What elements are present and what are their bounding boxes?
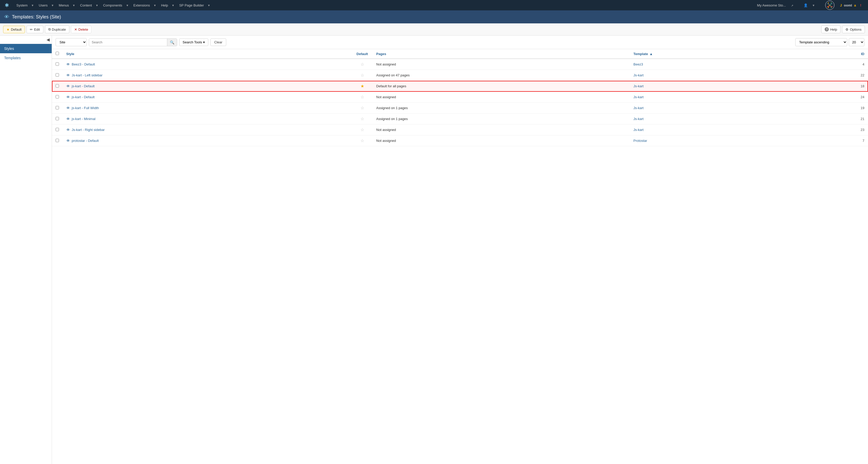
row-template-link[interactable]: Js-kart bbox=[633, 73, 644, 77]
row-default-star[interactable]: ☆ bbox=[359, 61, 366, 67]
row-default-star[interactable]: ☆ bbox=[359, 116, 366, 122]
row-eye-icon[interactable]: 👁 bbox=[66, 95, 70, 99]
row-check-cell bbox=[52, 114, 63, 124]
site-filter[interactable]: Site Administrator bbox=[56, 38, 87, 46]
row-checkbox[interactable] bbox=[56, 106, 59, 110]
table-row: 👁 protostar - Default ☆ Not assigned Pro… bbox=[52, 135, 868, 146]
row-default-star[interactable]: ☆ bbox=[359, 105, 366, 111]
row-checkbox[interactable] bbox=[56, 95, 59, 98]
row-style-link[interactable]: js-kart - Default bbox=[72, 95, 95, 99]
row-checkbox[interactable] bbox=[56, 84, 59, 88]
nav-content[interactable]: Content ▾ bbox=[78, 2, 100, 8]
row-checkbox[interactable] bbox=[56, 139, 59, 142]
row-eye-icon[interactable]: 👁 bbox=[66, 106, 70, 110]
row-style-link[interactable]: js-kart - Full Width bbox=[72, 106, 99, 110]
nav-system[interactable]: System ▾ bbox=[14, 2, 36, 8]
row-default-star[interactable]: ★ bbox=[359, 83, 366, 89]
row-default-star[interactable]: ☆ bbox=[359, 94, 366, 100]
row-pages-value: Assigned on 1 pages bbox=[376, 117, 408, 121]
col-header-style[interactable]: Style bbox=[63, 49, 352, 59]
help-icon: ? bbox=[825, 27, 829, 31]
row-eye-icon[interactable]: 👁 bbox=[66, 84, 70, 88]
joomla-wordmark: Joomla! bbox=[836, 2, 865, 8]
row-pages-value: Not assigned bbox=[376, 95, 396, 99]
row-template-link[interactable]: Js-kart bbox=[633, 95, 644, 99]
sidebar-toggle-button[interactable]: ◀ bbox=[46, 37, 50, 42]
sidebar-templates-label: Templates bbox=[4, 56, 21, 60]
row-checkbox[interactable] bbox=[56, 73, 59, 76]
toolbar-right: ? Help ⚙ Options bbox=[821, 26, 865, 33]
search-tools-button[interactable]: Search Tools ▾ bbox=[179, 38, 208, 46]
joomla-icon[interactable]: ✱ bbox=[3, 1, 11, 9]
row-eye-icon[interactable]: 👁 bbox=[66, 128, 70, 132]
row-style-link[interactable]: js-kart - Default bbox=[72, 84, 95, 88]
sidebar: ◀ Styles Templates bbox=[0, 36, 52, 464]
row-eye-icon[interactable]: 👁 bbox=[66, 73, 70, 78]
row-style-cell: 👁 js-kart - Default bbox=[63, 81, 352, 92]
row-checkbox[interactable] bbox=[56, 128, 59, 131]
duplicate-button[interactable]: ⧉ Duplicate bbox=[45, 26, 69, 33]
row-style-link[interactable]: Js-kart - Left sidebar bbox=[72, 73, 102, 77]
col-id-label: ID bbox=[861, 52, 864, 56]
row-template-cell: Protostar bbox=[630, 135, 798, 146]
clear-button[interactable]: Clear bbox=[210, 38, 226, 46]
nav-menus[interactable]: Menus ▾ bbox=[57, 2, 77, 8]
options-button[interactable]: ⚙ Options bbox=[842, 26, 865, 33]
row-style-link[interactable]: js-kart - Minimal bbox=[72, 117, 96, 121]
row-eye-icon[interactable]: 👁 bbox=[66, 117, 70, 121]
edit-button[interactable]: ✏ Edit bbox=[27, 26, 43, 33]
nav-extensions[interactable]: Extensions ▾ bbox=[131, 2, 158, 8]
site-link[interactable]: My Awesome Sto... ↗ bbox=[753, 2, 797, 8]
user-menu[interactable]: 👤 ▾ bbox=[800, 2, 819, 8]
select-all-checkbox[interactable] bbox=[56, 52, 59, 55]
row-template-link[interactable]: Js-kart bbox=[633, 106, 644, 110]
sidebar-item-templates[interactable]: Templates bbox=[0, 53, 52, 63]
sidebar-item-styles[interactable]: Styles bbox=[0, 44, 52, 53]
row-checkbox[interactable] bbox=[56, 117, 59, 120]
row-eye-icon[interactable]: 👁 bbox=[66, 138, 70, 143]
page-size-select[interactable]: 5 10 15 20 25 30 50 100 bbox=[849, 38, 864, 46]
nav-users-label: Users bbox=[37, 2, 50, 8]
row-pages-cell: Not assigned bbox=[373, 59, 630, 70]
default-button[interactable]: ★ Default bbox=[3, 26, 25, 33]
row-default-cell: ☆ bbox=[352, 103, 373, 114]
nav-sp-page-builder[interactable]: SP Page Builder ▾ bbox=[177, 2, 212, 8]
row-template-link[interactable]: Protostar bbox=[633, 139, 647, 143]
delete-button[interactable]: ✕ Delete bbox=[71, 26, 92, 33]
sort-select[interactable]: Template ascending Template descending S… bbox=[795, 38, 847, 46]
row-default-cell: ★ bbox=[352, 81, 373, 92]
nav-content-arrow: ▾ bbox=[94, 2, 100, 8]
row-template-link[interactable]: Js-kart bbox=[633, 84, 644, 88]
sidebar-styles-label: Styles bbox=[4, 47, 14, 51]
row-template-link[interactable]: Js-kart bbox=[633, 128, 644, 132]
row-template-cell: Js-kart bbox=[630, 92, 798, 103]
row-template-cell: Js-kart bbox=[630, 114, 798, 124]
row-id-cell: 18 bbox=[798, 81, 868, 92]
col-header-default[interactable]: Default bbox=[352, 49, 373, 59]
row-id-cell: 19 bbox=[798, 103, 868, 114]
row-default-star[interactable]: ☆ bbox=[359, 72, 366, 78]
col-header-id[interactable]: ID bbox=[798, 49, 868, 59]
nav-users[interactable]: Users ▾ bbox=[37, 2, 56, 8]
joomla-brand: Joomla! bbox=[825, 0, 865, 10]
row-template-link[interactable]: Js-kart bbox=[633, 117, 644, 121]
search-input[interactable] bbox=[89, 39, 167, 46]
row-check-cell bbox=[52, 59, 63, 70]
col-header-check bbox=[52, 49, 63, 59]
col-header-template[interactable]: Template ▲ bbox=[630, 49, 798, 59]
row-style-link[interactable]: protostar - Default bbox=[72, 139, 99, 143]
row-style-cell: 👁 Beez3 - Default bbox=[63, 59, 352, 70]
row-default-star[interactable]: ☆ bbox=[359, 127, 366, 133]
delete-icon: ✕ bbox=[74, 28, 77, 31]
row-style-link[interactable]: Js-kart - Right sidebar bbox=[72, 128, 105, 132]
row-template-link[interactable]: Beez3 bbox=[633, 62, 643, 66]
help-button[interactable]: ? Help bbox=[821, 26, 840, 33]
search-button[interactable]: 🔍 bbox=[167, 39, 177, 46]
row-eye-icon[interactable]: 👁 bbox=[66, 62, 70, 66]
nav-help[interactable]: Help ▾ bbox=[159, 2, 176, 8]
row-style-link[interactable]: Beez3 - Default bbox=[72, 62, 95, 66]
nav-components[interactable]: Components ▾ bbox=[101, 2, 130, 8]
row-default-star[interactable]: ☆ bbox=[359, 138, 366, 144]
row-checkbox[interactable] bbox=[56, 62, 59, 66]
row-id-value: 19 bbox=[861, 106, 864, 110]
